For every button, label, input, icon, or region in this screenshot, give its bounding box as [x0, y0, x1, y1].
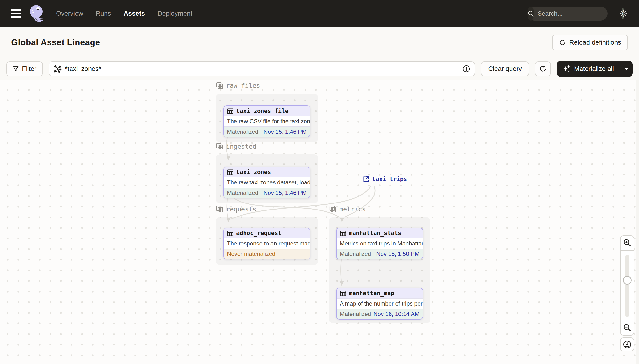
- settings-gear-icon[interactable]: [619, 9, 628, 18]
- nav-item-overview[interactable]: Overview: [56, 10, 83, 18]
- asset-node-header: adhoc_request: [224, 228, 310, 238]
- asset-node-manhattan-map[interactable]: manhattan_map A map of the number of tri…: [336, 288, 423, 320]
- search-input[interactable]: [534, 10, 622, 18]
- zoom-slider-track[interactable]: [625, 255, 629, 317]
- asset-node-header: taxi_zones_file: [224, 106, 310, 116]
- zoom-controls: [620, 235, 634, 352]
- vertical-scrollbar[interactable]: [636, 80, 639, 364]
- group-table-icon: [329, 206, 337, 213]
- lineage-toolbar: Filter Clear query: [0, 58, 639, 80]
- top-nav: Overview Runs Assets Deployment /: [0, 0, 639, 27]
- group-table-icon: [216, 82, 223, 89]
- group-label-metrics: metrics: [329, 206, 366, 213]
- sparkle-icon: [562, 65, 571, 73]
- asset-node-header: manhattan_map: [337, 288, 423, 298]
- zoom-out-button[interactable]: [620, 320, 634, 336]
- asset-node-description: A map of the number of trips per taxi z.…: [337, 298, 423, 309]
- asset-node-status: Materialized Nov 15, 1:46 PM: [224, 127, 310, 137]
- group-label-raw-files: raw_files: [216, 82, 260, 89]
- asset-node-status: Never materialized: [224, 249, 310, 259]
- asset-node-header: taxi_zones: [224, 167, 310, 177]
- lineage-edges: [0, 80, 639, 364]
- page-title: Global Asset Lineage: [11, 38, 100, 48]
- chevron-down-icon: [624, 67, 629, 70]
- asset-node-description: The raw taxi zones dataset, loaded int..…: [224, 177, 310, 188]
- asset-node-header: manhattan_stats: [337, 228, 423, 238]
- refresh-icon: [559, 39, 566, 46]
- external-link-icon: [363, 176, 369, 182]
- filter-button[interactable]: Filter: [6, 61, 43, 76]
- clear-query-button[interactable]: Clear query: [481, 61, 529, 76]
- asset-selection-input-wrap[interactable]: [49, 61, 475, 76]
- status-label: Never materialized: [227, 250, 275, 257]
- menu-icon[interactable]: [11, 10, 21, 18]
- asset-node-status: Materialized Nov 16, 10:14 AM: [337, 309, 423, 319]
- asset-node-taxi-zones-file[interactable]: taxi_zones_file The raw CSV file for the…: [223, 106, 310, 137]
- status-label: Materialized: [340, 250, 371, 257]
- status-label: Materialized: [227, 128, 258, 135]
- asset-selection-input[interactable]: [65, 65, 459, 73]
- lineage-canvas[interactable]: raw_files ingested requests metrics: [0, 80, 639, 364]
- status-label: Materialized: [340, 311, 371, 318]
- status-timestamp: Nov 15, 1:46 PM: [263, 190, 307, 196]
- download-icon: [623, 340, 631, 349]
- funnel-icon: [13, 66, 19, 72]
- asset-node-adhoc-request[interactable]: adhoc_request The response to an request…: [223, 228, 310, 260]
- group-label-ingested: ingested: [216, 143, 256, 150]
- zoom-in-button[interactable]: [620, 235, 634, 250]
- page-header: Global Asset Lineage Reload definitions: [0, 27, 639, 58]
- nav-item-assets[interactable]: Assets: [124, 10, 145, 18]
- nav-links: Overview Runs Assets Deployment: [56, 10, 192, 18]
- nav-item-runs[interactable]: Runs: [96, 10, 111, 18]
- asset-node-description: The response to an request made in th...: [224, 238, 310, 249]
- table-icon: [340, 230, 346, 236]
- materialize-options-caret[interactable]: [620, 61, 633, 77]
- refresh-graph-button[interactable]: [535, 61, 551, 76]
- asset-node-manhattan-stats[interactable]: manhattan_stats Metrics on taxi trips in…: [336, 228, 423, 260]
- group-table-icon: [216, 206, 223, 213]
- dagster-logo-icon[interactable]: [29, 5, 45, 22]
- global-search[interactable]: /: [527, 6, 607, 20]
- asset-selection-icon: [53, 65, 62, 73]
- group-table-icon: [216, 143, 223, 150]
- status-timestamp: Nov 16, 10:14 AM: [373, 311, 419, 318]
- group-label-requests: requests: [216, 206, 256, 213]
- asset-node-status: Materialized Nov 15, 1:50 PM: [337, 249, 423, 259]
- zoom-slider-handle[interactable]: [623, 276, 631, 284]
- table-icon: [227, 108, 234, 114]
- status-timestamp: Nov 15, 1:50 PM: [376, 250, 419, 257]
- zoom-slider[interactable]: [620, 250, 634, 320]
- status-label: Materialized: [227, 190, 258, 196]
- table-icon: [227, 230, 234, 236]
- refresh-icon: [539, 65, 546, 72]
- materialize-all-button[interactable]: Materialize all: [557, 61, 620, 77]
- search-icon: [527, 6, 534, 20]
- status-timestamp: Nov 15, 1:46 PM: [263, 128, 307, 135]
- asset-node-taxi-zones[interactable]: taxi_zones The raw taxi zones dataset, l…: [223, 166, 310, 198]
- materialize-all-split-button: Materialize all: [557, 61, 633, 77]
- asset-node-status: Materialized Nov 15, 1:46 PM: [224, 188, 310, 198]
- zoom-out-icon: [623, 324, 631, 332]
- download-image-button[interactable]: [620, 338, 634, 352]
- zoom-in-icon: [623, 239, 631, 247]
- table-icon: [227, 169, 234, 176]
- asset-node-description: The raw CSV file for the taxi zones dat.…: [224, 116, 310, 127]
- external-asset-taxi-trips[interactable]: taxi_trips: [363, 176, 407, 182]
- asset-node-description: Metrics on taxi trips in Manhattan: [337, 238, 423, 249]
- nav-item-deployment[interactable]: Deployment: [158, 10, 192, 18]
- table-icon: [340, 290, 346, 297]
- reload-definitions-button[interactable]: Reload definitions: [552, 34, 628, 50]
- info-icon[interactable]: [462, 65, 470, 73]
